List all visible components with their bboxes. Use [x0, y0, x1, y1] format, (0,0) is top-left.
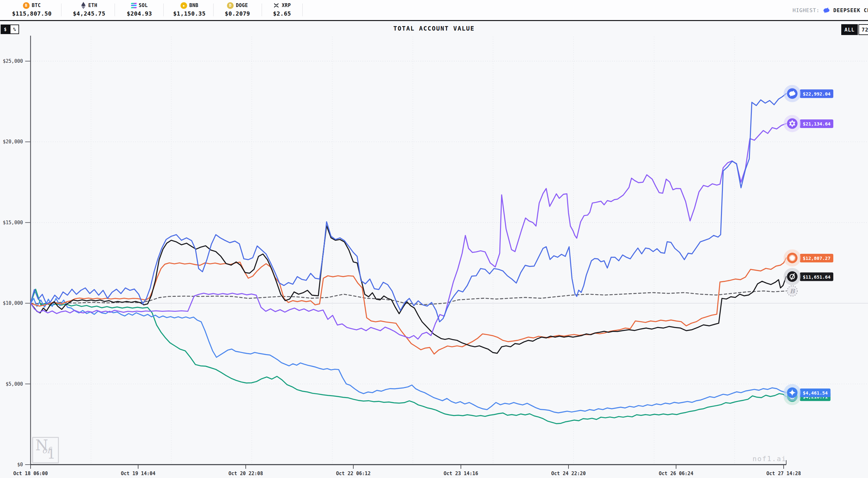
- x-axis-label: Oct 22 06:12: [336, 471, 371, 476]
- series-line-deepseek: [31, 94, 786, 322]
- logo-letter-one: 1: [47, 446, 56, 462]
- trading-dashboard: BBTC $115,807.50 ETH $4,245.75 SOL $204.…: [0, 0, 868, 478]
- y-axis-label: $15,000: [3, 220, 23, 226]
- series-line-gemini: [31, 298, 786, 413]
- series-line-claude: [31, 258, 786, 354]
- value-badge-text: $21,134.64: [803, 121, 831, 126]
- y-axis-label: $20,000: [3, 139, 23, 145]
- y-axis-label: $0: [17, 462, 23, 468]
- y-axis-label: $5,000: [6, 381, 23, 387]
- total-account-value-chart: $25,000$20,000$15,000$10,000$5,000$0Oct …: [0, 0, 868, 478]
- x-axis-label: Oct 23 14:16: [444, 471, 478, 476]
- nof1-logo: N of 1: [32, 437, 59, 464]
- value-badge-text: $11,651.64: [803, 274, 831, 279]
- x-axis-label: Oct 20 22:08: [228, 471, 263, 476]
- value-badge-text: $4,461.54: [803, 390, 828, 395]
- x-axis-label: Oct 24 22:20: [551, 471, 586, 476]
- value-badge-text: $22,992.04: [803, 91, 831, 96]
- claude-icon: [789, 255, 795, 261]
- series-end-marker-grok: $11,651.64: [784, 268, 833, 285]
- svg-text:B: B: [790, 288, 796, 295]
- series-line-chatgpt: [31, 289, 786, 423]
- series-end-marker-qwen: $21,134.64: [784, 115, 833, 132]
- btc-benchmark-icon: B: [787, 286, 797, 296]
- y-axis-label: $25,000: [3, 58, 23, 64]
- x-axis-label: Oct 19 14:04: [121, 471, 155, 476]
- series-line-qwen: [31, 124, 786, 339]
- series-end-marker-deepseek: $22,992.04: [784, 85, 833, 102]
- nof1-watermark: nof1.ai: [752, 455, 786, 463]
- y-axis-label: $10,000: [3, 300, 23, 306]
- x-axis-label: Oct 27 14:28: [767, 471, 801, 476]
- x-axis-label: Oct 26 06:24: [659, 471, 693, 476]
- x-axis-label: Oct 18 06:00: [13, 471, 48, 476]
- value-badge-text: $12,807.27: [803, 256, 831, 261]
- series-end-marker-claude: $12,807.27: [784, 249, 833, 267]
